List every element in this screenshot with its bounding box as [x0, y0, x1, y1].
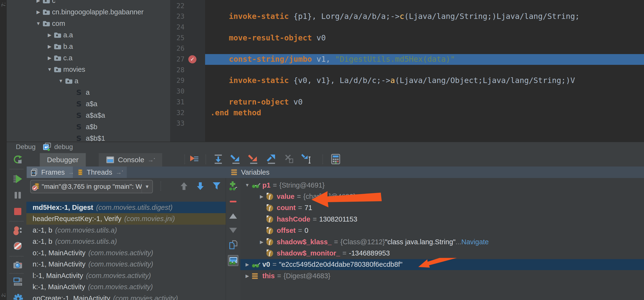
stack-frame-row[interactable]: a:-1, b(com.movies.utils.a): [26, 224, 226, 236]
breakpoint-icon[interactable]: ✓: [188, 55, 196, 63]
project-tree[interactable]: ▶c▶cn.bingoogolapple.bgabanner▼com▶a.a▶b…: [7, 0, 170, 142]
tree-item-folder[interactable]: ▶c.a: [7, 52, 170, 63]
run-to-cursor-icon[interactable]: [302, 153, 312, 164]
show-watches-icon[interactable]: [228, 255, 238, 266]
rail-top-label[interactable]: 7:: [0, 2, 7, 7]
view-breakpoints-icon[interactable]: [12, 225, 23, 236]
rerun-icon[interactable]: [12, 155, 23, 165]
line-number[interactable]: 32: [170, 109, 184, 117]
chevron-right-icon[interactable]: ▶: [34, 9, 42, 15]
tree-item-class[interactable]: Sa$a$a: [7, 110, 170, 121]
tree-item-class[interactable]: Sa$a: [7, 98, 170, 109]
chevron-down-icon[interactable]: ▼: [34, 21, 42, 26]
drop-frame-icon[interactable]: [284, 153, 295, 164]
tab-threads[interactable]: Threads →▪: [73, 166, 127, 178]
tree-item-class[interactable]: Sa: [7, 87, 170, 98]
variable-row[interactable]: fcount=71: [240, 202, 644, 213]
variables-panel[interactable]: ▼p1={String@4691}▶fvalue={char[71]@4692}…: [240, 178, 644, 300]
chevron-right-icon[interactable]: ▶: [243, 262, 251, 267]
chevron-right-icon[interactable]: ▶: [243, 273, 251, 279]
variable-row[interactable]: ▼p1={String@4691}: [240, 180, 644, 191]
step-over-icon[interactable]: [213, 153, 224, 164]
stop-icon[interactable]: [12, 206, 23, 217]
stack-frame-row[interactable]: md5Hex:-1, Digest(com.movies.utils.diges…: [26, 202, 226, 213]
chevron-right-icon[interactable]: ▶: [46, 32, 54, 38]
stack-frame-row[interactable]: onCreate:-1, MainActivity(com.movies.act…: [26, 293, 226, 300]
chevron-right-icon[interactable]: ▶: [34, 0, 42, 3]
tree-item-class[interactable]: Sa$b$1: [7, 133, 170, 142]
chevron-right-icon[interactable]: ▶: [46, 55, 54, 61]
chevron-right-icon[interactable]: ▶: [258, 194, 266, 199]
add-watch-icon[interactable]: [228, 181, 238, 191]
resume-icon[interactable]: [12, 174, 23, 184]
line-number[interactable]: 23: [170, 12, 184, 20]
show-execution-point-icon[interactable]: [189, 153, 200, 164]
stack-frame-row[interactable]: headerRequestKey:-1, Verify(com.movies.j…: [26, 213, 226, 225]
line-number[interactable]: 25: [170, 34, 184, 42]
chevron-right-icon[interactable]: ▶: [258, 239, 266, 245]
chevron-down-icon[interactable]: ▼: [57, 78, 65, 84]
stack-frame-row[interactable]: a:-1, b(com.movies.utils.a): [26, 236, 226, 247]
stack-frame-row[interactable]: o:-1, MainActivity(com.movies.activity): [26, 247, 226, 259]
step-into-icon[interactable]: [230, 153, 242, 164]
code-editor[interactable]: [205, 0, 644, 142]
tab-debugger[interactable]: Debugger: [40, 153, 86, 166]
stack-frame-row[interactable]: k:-1, MainActivity(com.movies.activity): [26, 281, 226, 293]
line-number[interactable]: 33: [170, 119, 184, 127]
code-line[interactable]: const-string/jumbo v1, "DigestUtils.md5H…: [210, 55, 455, 64]
tree-item-folder[interactable]: ▼com: [7, 18, 170, 29]
variable-row[interactable]: ▶fvalue={char[71]@4692}: [240, 191, 644, 202]
line-number[interactable]: 26: [170, 44, 184, 52]
line-number[interactable]: 28: [170, 66, 184, 74]
tab-console[interactable]: Console →▪: [99, 153, 162, 166]
tree-item-folder[interactable]: ▶b.a: [7, 41, 170, 52]
stack-frames-list[interactable]: md5Hex:-1, Digest(com.movies.utils.diges…: [26, 194, 226, 300]
frame-down-icon[interactable]: [195, 181, 206, 192]
tree-item-class[interactable]: Sa$b: [7, 121, 170, 132]
chevron-down-icon[interactable]: ▼: [243, 182, 251, 188]
stack-frame-row[interactable]: l:-1, MainActivity(com.movies.activity): [26, 270, 226, 281]
variable-row[interactable]: fhashCode=1308201153: [240, 214, 644, 225]
code-line[interactable]: return-object v0: [210, 97, 302, 107]
line-number[interactable]: 31: [170, 98, 184, 106]
chevron-right-icon[interactable]: ▶: [46, 43, 54, 49]
stack-frame-row[interactable]: n:-1, MainActivity(com.movies.activity): [26, 259, 226, 270]
variable-row[interactable]: ▶fshadow$_klass_={Class@1212} "class jav…: [240, 236, 644, 247]
debug-session-tab[interactable]: debug: [54, 143, 73, 151]
tab-frames[interactable]: Frames →▪: [27, 166, 79, 178]
settings-icon[interactable]: [12, 293, 23, 300]
code-line[interactable]: invoke-static {v0, v1}, La/d/b/c;->a(Lja…: [210, 76, 575, 85]
tree-item-folder[interactable]: ▶cn.bingoogolapple.bgabanner: [7, 6, 170, 17]
code-line[interactable]: move-result-object v0: [210, 33, 326, 42]
mute-breakpoints-icon[interactable]: [12, 241, 23, 251]
thread-dump-icon[interactable]: [12, 260, 23, 270]
restore-layout-icon[interactable]: [12, 277, 23, 287]
tree-item-folder[interactable]: ▶c: [7, 0, 170, 6]
remove-watch-icon[interactable]: [228, 196, 238, 207]
filter-icon[interactable]: [211, 181, 222, 192]
code-line[interactable]: invoke-static {p1}, Lorg/a/a/a/b/a;->c(L…: [210, 12, 580, 21]
move-down-icon[interactable]: [228, 225, 238, 235]
thread-selector[interactable]: "main"@3,765 in group "main": WA... ▼: [30, 180, 153, 193]
duplicate-icon[interactable]: [228, 240, 238, 250]
line-number[interactable]: 24: [170, 23, 184, 31]
pause-icon[interactable]: [12, 190, 23, 200]
move-up-icon[interactable]: [228, 211, 238, 222]
tree-item-folder[interactable]: ▶a.a: [7, 29, 170, 40]
navigate-link[interactable]: Navigate: [462, 238, 489, 246]
line-number[interactable]: 29: [170, 77, 184, 84]
line-number[interactable]: 30: [170, 87, 184, 95]
tree-item-folder[interactable]: ▼movies: [7, 64, 170, 75]
variable-row[interactable]: fshadow$_monitor_=-1346889953: [240, 248, 644, 259]
frame-up-icon[interactable]: [179, 181, 189, 192]
code-line[interactable]: .end method: [210, 108, 261, 117]
rail-bottom-label[interactable]: 2:: [0, 293, 7, 297]
step-out-icon[interactable]: [266, 153, 277, 164]
force-step-into-icon[interactable]: [248, 153, 259, 164]
chevron-down-icon[interactable]: ▼: [142, 180, 152, 193]
tree-item-folder[interactable]: ▼a: [7, 75, 170, 86]
chevron-down-icon[interactable]: ▼: [46, 67, 54, 72]
line-number[interactable]: 22: [170, 2, 184, 10]
line-number[interactable]: 27: [170, 55, 184, 63]
evaluate-expression-icon[interactable]: [330, 153, 341, 164]
